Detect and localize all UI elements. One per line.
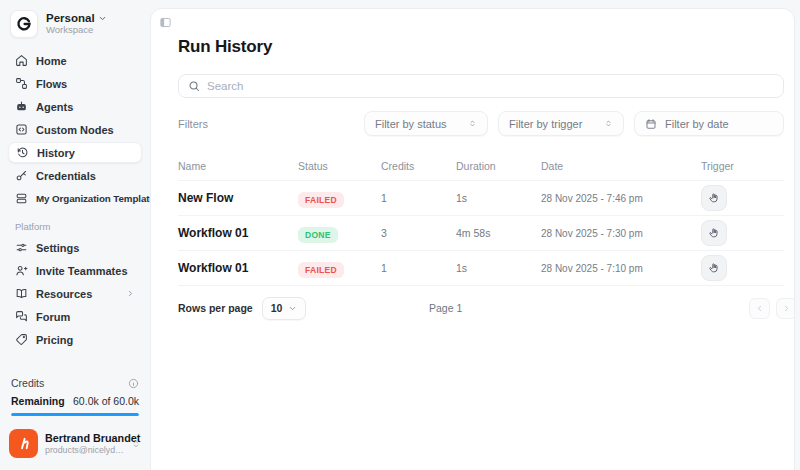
column-header-name: Name [178, 160, 298, 172]
rows-per-page-label: Rows per page [178, 302, 253, 314]
custom-nodes-icon [15, 123, 28, 136]
credits-remaining-value: 60.0k of 60.0k [73, 395, 139, 407]
table-row[interactable]: Workflow 01 DONE 3 4m 58s 28 Nov 2025 - … [178, 216, 784, 251]
sidebar-item-label: Flows [36, 78, 67, 90]
agent-icon [15, 100, 28, 113]
trigger-button[interactable] [701, 220, 727, 246]
rows-per-page-select[interactable]: 10 [262, 297, 307, 320]
sidebar-item-agents[interactable]: Agents [8, 96, 142, 117]
credits-panel: Credits Remaining 60.0k of 60.0k [8, 377, 142, 416]
run-credits: 1 [381, 192, 456, 204]
sidebar-item-credentials[interactable]: Credentials [8, 165, 142, 186]
sidebar-toggle-icon[interactable] [159, 16, 172, 29]
main-panel: Run History Filters Filter by status Fil… [150, 8, 795, 470]
sidebar-item-history[interactable]: History [8, 142, 142, 163]
sidebar-item-label: Agents [36, 101, 73, 113]
sidebar-item-label: Invite Teammates [36, 265, 128, 277]
home-icon [15, 54, 28, 67]
next-page-button[interactable] [776, 298, 795, 319]
sidebar-item-resources[interactable]: Resources [8, 283, 142, 304]
chevron-down-icon [288, 304, 297, 313]
run-duration: 4m 58s [456, 227, 541, 239]
sidebar-item-label: Forum [36, 311, 70, 323]
filters-label: Filters [178, 118, 208, 130]
sidebar-item-label: Resources [36, 288, 92, 300]
trigger-button[interactable] [701, 185, 727, 211]
chevrons-up-down-icon [131, 439, 141, 449]
run-name: Workflow 01 [178, 261, 298, 275]
chevron-left-icon [755, 304, 764, 313]
filter-by-date-button[interactable]: Filter by date [634, 111, 784, 136]
credits-title: Credits [11, 377, 44, 389]
platform-nav: Settings Invite Teammates Resources Foru… [8, 237, 142, 350]
filter-by-status-select[interactable]: Filter by status [364, 111, 488, 136]
tag-icon [15, 333, 28, 346]
search-icon [188, 80, 200, 92]
sidebar-item-home[interactable]: Home [8, 50, 142, 71]
sidebar: Personal Workspace Home Flows Agents Cus… [0, 0, 150, 470]
status-badge: FAILED [298, 192, 344, 208]
status-badge: FAILED [298, 262, 344, 278]
calendar-icon [645, 118, 657, 130]
key-icon [15, 169, 28, 182]
chevrons-up-down-icon [604, 119, 613, 128]
sidebar-item-label: History [37, 147, 75, 159]
info-icon[interactable] [128, 378, 139, 389]
filters-row: Filters Filter by status Filter by trigg… [178, 111, 784, 136]
app-logo [10, 10, 38, 38]
chat-icon [15, 310, 28, 323]
credits-remaining-label: Remaining [11, 395, 65, 407]
hand-pointer-icon [708, 262, 720, 274]
sidebar-item-label: Credentials [36, 170, 96, 182]
run-credits: 1 [381, 262, 456, 274]
run-name: Workflow 01 [178, 226, 298, 240]
search-input[interactable] [207, 80, 774, 92]
sidebar-item-label: Home [36, 55, 67, 67]
book-icon [15, 287, 28, 300]
filter-by-trigger-select[interactable]: Filter by trigger [498, 111, 624, 136]
sidebar-item-forum[interactable]: Forum [8, 306, 142, 327]
workspace-subtitle: Workspace [46, 25, 107, 36]
hand-pointer-icon [708, 227, 720, 239]
run-date: 28 Nov 2025 - 7:30 pm [541, 228, 701, 239]
sidebar-item-my-organization-templates[interactable]: My Organization Templates [8, 188, 142, 209]
run-credits: 3 [381, 227, 456, 239]
credits-progress-bar [11, 413, 139, 416]
primary-nav: Home Flows Agents Custom Nodes History C… [8, 50, 142, 209]
platform-section-label: Platform [15, 221, 135, 232]
previous-page-button[interactable] [749, 298, 770, 319]
credits-progress-track [11, 413, 139, 416]
pagination-bar: Rows per page 10 Page 1 [178, 295, 784, 321]
table-header-row: Name Status Credits Duration Date Trigge… [178, 152, 784, 181]
workspace-switcher[interactable]: Personal Workspace [8, 10, 142, 38]
sidebar-item-custom-nodes[interactable]: Custom Nodes [8, 119, 142, 140]
sidebar-item-settings[interactable]: Settings [8, 237, 142, 258]
column-header-duration: Duration [456, 160, 541, 172]
page-title: Run History [178, 37, 784, 57]
run-date: 28 Nov 2025 - 7:10 pm [541, 263, 701, 274]
status-badge: DONE [298, 227, 338, 243]
column-header-trigger: Trigger [701, 160, 784, 172]
hand-pointer-icon [708, 192, 720, 204]
run-duration: 1s [456, 192, 541, 204]
user-name: Bertrand Bruandet [45, 432, 124, 445]
page-indicator: Page 1 [429, 302, 462, 314]
sliders-icon [15, 241, 28, 254]
templates-icon [15, 192, 28, 205]
trigger-button[interactable] [701, 255, 727, 281]
sidebar-item-pricing[interactable]: Pricing [8, 329, 142, 350]
chevron-right-icon [782, 304, 791, 313]
user-menu[interactable]: Bertrand Bruandet products@nicelydone.cl… [8, 429, 142, 458]
run-duration: 1s [456, 262, 541, 274]
sidebar-item-label: Settings [36, 242, 79, 254]
chevron-right-icon [126, 289, 135, 298]
sidebar-item-invite-teammates[interactable]: Invite Teammates [8, 260, 142, 281]
table-row[interactable]: New Flow FAILED 1 1s 28 Nov 2025 - 7:46 … [178, 181, 784, 216]
run-date: 28 Nov 2025 - 7:46 pm [541, 193, 701, 204]
chevron-down-icon [98, 14, 107, 23]
sidebar-item-flows[interactable]: Flows [8, 73, 142, 94]
table-row[interactable]: Workflow 01 FAILED 1 1s 28 Nov 2025 - 7:… [178, 251, 784, 286]
column-header-credits: Credits [381, 160, 456, 172]
chevrons-up-down-icon [468, 119, 477, 128]
column-header-date: Date [541, 160, 701, 172]
